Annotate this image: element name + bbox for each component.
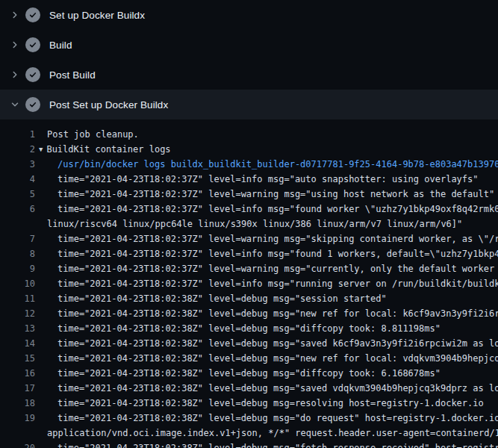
log-line: application/vnd.oci.image.index.v1+json,… [0,426,498,441]
check-circle-icon [25,37,40,52]
step-title: Build [49,40,72,51]
log-line-number[interactable]: 6 [0,202,35,217]
log-line-number[interactable]: 16 [0,366,35,381]
log-line-number[interactable]: 13 [0,321,35,336]
log-line-text: time="2021-04-23T18:02:37Z" level=info m… [57,172,479,187]
log-line: 18 time="2021-04-23T18:02:38Z" level=deb… [0,396,498,411]
log-line: 17 time="2021-04-23T18:02:38Z" level=deb… [0,381,498,396]
log-line: 8 time="2021-04-23T18:02:37Z" level=info… [0,246,498,261]
log-line: 16 time="2021-04-23T18:02:38Z" level=deb… [0,366,498,381]
step-header-build[interactable]: Build [0,30,498,60]
log-line-number[interactable]: 1 [0,127,35,142]
log-line-text: Post job cleanup. [47,127,139,142]
log-line-text: time="2021-04-23T18:02:38Z" level=debug … [57,396,484,411]
log-line-number[interactable]: 17 [0,381,35,396]
log-line-text: time="2021-04-23T18:02:38Z" level=debug … [57,321,441,336]
actions-log-viewer: Set up Docker Buildx Build Post Build [0,0,498,448]
log-line: 7 time="2021-04-23T18:02:37Z" level=warn… [0,231,498,246]
log-line-text: time="2021-04-23T18:02:38Z" level=debug … [57,366,441,381]
log-line-text: time="2021-04-23T18:02:37Z" level=warnin… [57,187,494,202]
log-line: 14 time="2021-04-23T18:02:38Z" level=deb… [0,336,498,351]
log-line-number[interactable]: 9 [0,261,35,276]
log-line: 13 time="2021-04-23T18:02:38Z" level=deb… [0,321,498,336]
log-line: 9 time="2021-04-23T18:02:37Z" level=warn… [0,261,498,276]
steps-list: Set up Docker Buildx Build Post Build [0,0,498,119]
log-line-text: time="2021-04-23T18:02:37Z" level=info m… [57,246,498,261]
chevron-right-icon[interactable] [9,39,21,51]
log-line: 5 time="2021-04-23T18:02:37Z" level=warn… [0,187,498,202]
log-line: 1 Post job cleanup. [0,127,498,142]
check-circle-icon [25,67,40,82]
check-circle-icon [25,7,40,22]
log-line: 2 ▼ BuildKit container logs [0,142,498,157]
step-header-post-build[interactable]: Post Build [0,60,498,90]
step-title: Post Build [49,69,96,81]
log-line: 6 time="2021-04-23T18:02:37Z" level=info… [0,202,498,217]
log-line: 11 time="2021-04-23T18:02:38Z" level=deb… [0,291,498,306]
log-line-text: linux/riscv64 linux/ppc64le linux/s390x … [47,217,462,231]
log-line: 19 time="2021-04-23T18:02:38Z" level=deb… [0,411,498,426]
log-line: 3 /usr/bin/docker logs buildx_buildkit_b… [0,157,498,172]
log-line-number[interactable]: 19 [0,411,35,426]
log-line-number[interactable]: 7 [0,231,35,246]
chevron-down-icon[interactable] [9,99,21,111]
check-circle-icon [25,97,40,112]
log-line-text: time="2021-04-23T18:02:38Z" level=debug … [57,411,498,426]
collapse-triangle-icon[interactable]: ▼ [39,142,43,157]
log-line-text: application/vnd.oci.image.index.v1+json,… [47,426,498,441]
log-line: 4 time="2021-04-23T18:02:37Z" level=info… [0,172,498,187]
log-line-number[interactable]: 12 [0,306,35,321]
log-line-number[interactable]: 3 [0,157,35,172]
log-line: 10 time="2021-04-23T18:02:37Z" level=inf… [0,276,498,291]
log-output: 1 Post job cleanup. 2 ▼ BuildKit contain… [0,119,498,448]
log-line-number[interactable]: 8 [0,246,35,261]
log-line-text: time="2021-04-23T18:02:37Z" level=info m… [57,276,498,291]
log-line-number[interactable]: 4 [0,172,35,187]
log-line-text: time="2021-04-23T18:02:38Z" level=debug … [57,381,498,396]
log-line-number[interactable]: 10 [0,276,35,291]
log-line-number[interactable]: 15 [0,351,35,366]
log-line-text: /usr/bin/docker logs buildx_buildkit_bui… [57,157,498,172]
log-line-number[interactable]: 20 [0,441,35,448]
log-line-number[interactable]: 2 [0,142,35,157]
chevron-right-icon[interactable] [9,69,21,81]
log-line-text: time="2021-04-23T18:02:38Z" level=debug … [57,351,498,366]
log-line-number[interactable]: 18 [0,396,35,411]
log-line-text: time="2021-04-23T18:02:37Z" level=info m… [57,202,498,217]
log-line-text: time="2021-04-23T18:02:38Z" level=debug … [57,306,498,321]
log-line: 20 time="2021-04-23T18:02:38Z" level=deb… [0,441,498,448]
log-line-text: time="2021-04-23T18:02:38Z" level=debug … [57,336,498,351]
log-line: 12 time="2021-04-23T18:02:38Z" level=deb… [0,306,498,321]
chevron-right-icon[interactable] [9,9,21,21]
log-line-number[interactable]: 14 [0,336,35,351]
log-line-number[interactable]: 11 [0,291,35,306]
log-line-text: time="2021-04-23T18:02:38Z" level=debug … [57,441,498,448]
log-line-text: time="2021-04-23T18:02:37Z" level=warnin… [57,231,498,246]
log-line-text: time="2021-04-23T18:02:37Z" level=warnin… [57,261,498,276]
step-title: Set up Docker Buildx [49,10,145,21]
log-line-text: time="2021-04-23T18:02:38Z" level=debug … [57,291,387,306]
log-line: linux/riscv64 linux/ppc64le linux/s390x … [0,217,498,231]
log-line-text: BuildKit container logs [46,142,170,157]
step-title: Post Set up Docker Buildx [49,99,168,111]
step-header-set-up-docker-buildx[interactable]: Set up Docker Buildx [0,0,498,30]
log-line-number[interactable]: 5 [0,187,35,202]
step-header-post-set-up-docker-buildx[interactable]: Post Set up Docker Buildx [0,90,498,119]
log-line: 15 time="2021-04-23T18:02:38Z" level=deb… [0,351,498,366]
